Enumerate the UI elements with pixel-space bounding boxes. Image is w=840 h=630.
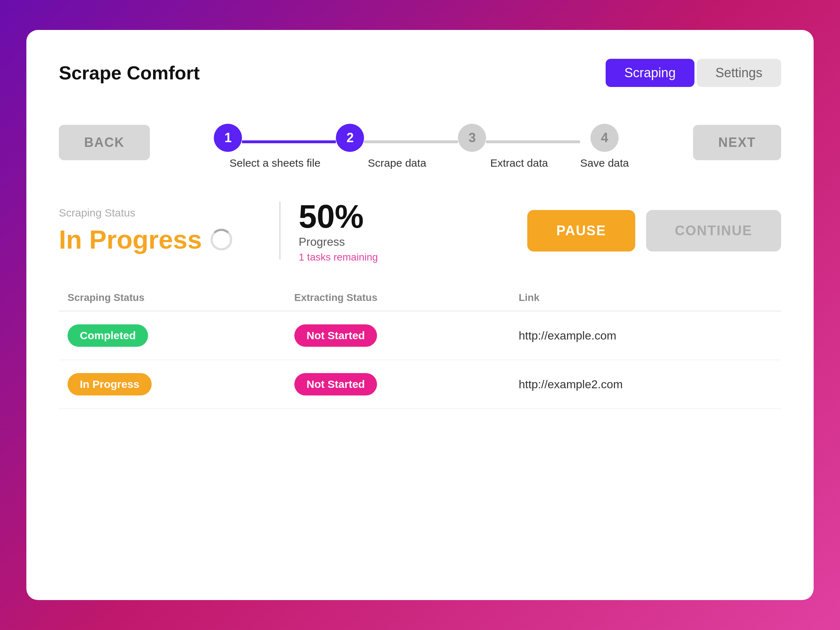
step-3-label: Extract data [490, 157, 548, 169]
step-3-circle: 3 [458, 124, 486, 152]
step-2-circle: 2 [336, 124, 364, 152]
progress-percentage: 50% [298, 198, 422, 235]
col-extracting-status: Extracting Status [286, 285, 510, 311]
step-1-label: Select a sheets file [230, 157, 321, 169]
step-3: 3 Extract data [458, 116, 580, 169]
data-table: Scraping Status Extracting Status Link C… [59, 285, 781, 409]
tab-scraping[interactable]: Scraping [606, 59, 695, 87]
table-row: In ProgressNot Startedhttp://example2.co… [59, 360, 781, 409]
stepper: 1 Select a sheets file 2 Scrape data 3 [150, 116, 693, 169]
step-2-connector: 2 [336, 124, 458, 152]
progress-label: Progress [298, 235, 422, 249]
nav-tabs: Scraping Settings [606, 59, 781, 87]
status-left: Scraping Status In Progress [59, 207, 261, 254]
step-3-connector: 3 [458, 124, 580, 152]
cell-link: http://example.com [510, 311, 781, 360]
badge-scraping: Completed [68, 324, 148, 347]
app-title: Scrape Comfort [59, 62, 200, 84]
step-4-circle: 4 [591, 124, 619, 152]
next-button[interactable]: NEXT [693, 125, 781, 160]
step-line-3-4 [486, 140, 580, 143]
stepper-row: BACK 1 Select a sheets file 2 Scrape dat… [59, 116, 781, 169]
status-text: In Progress [59, 225, 202, 254]
header: Scrape Comfort Scraping Settings [59, 59, 781, 87]
step-4: 4 Save data [580, 116, 629, 169]
step-1-connector: 1 [214, 124, 336, 152]
tab-settings[interactable]: Settings [696, 59, 781, 87]
step-4-label: Save data [580, 157, 629, 169]
badge-scraping: In Progress [68, 373, 152, 395]
tasks-remaining: 1 tasks remaining [298, 252, 422, 263]
pause-button[interactable]: PAUSE [527, 210, 635, 252]
badge-extracting: Not Started [294, 373, 377, 395]
status-value: In Progress [59, 225, 247, 254]
step-1: 1 Select a sheets file [214, 116, 336, 169]
status-divider [279, 202, 281, 260]
back-button[interactable]: BACK [59, 125, 150, 160]
action-buttons: PAUSE CONTINUE [527, 210, 781, 252]
step-line-1-2 [242, 140, 336, 143]
cell-scraping-status: In Progress [59, 360, 286, 409]
cell-scraping-status: Completed [59, 311, 286, 360]
step-4-connector: 4 [591, 124, 619, 152]
status-label: Scraping Status [59, 207, 247, 219]
step-2-label: Scrape data [368, 157, 426, 169]
step-1-circle: 1 [214, 124, 242, 152]
main-card: Scrape Comfort Scraping Settings BACK 1 … [26, 30, 814, 600]
cell-link: http://example2.com [510, 360, 781, 409]
col-link: Link [510, 285, 781, 311]
step-line-2-3 [364, 140, 458, 143]
spinner-icon [210, 229, 232, 250]
cell-extracting-status: Not Started [286, 360, 510, 409]
badge-extracting: Not Started [294, 324, 377, 347]
table-row: CompletedNot Startedhttp://example.com [59, 311, 781, 360]
col-scraping-status: Scraping Status [59, 285, 286, 311]
progress-block: 50% Progress 1 tasks remaining [298, 198, 422, 263]
step-2: 2 Scrape data [336, 116, 458, 169]
continue-button[interactable]: CONTINUE [646, 210, 781, 252]
cell-extracting-status: Not Started [286, 311, 510, 360]
status-section: Scraping Status In Progress 50% Progress… [59, 198, 781, 263]
